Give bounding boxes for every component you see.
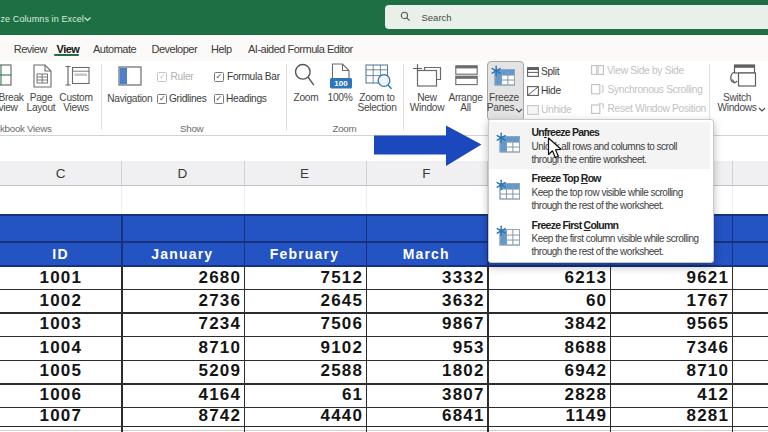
svg-text:100: 100: [334, 79, 348, 88]
